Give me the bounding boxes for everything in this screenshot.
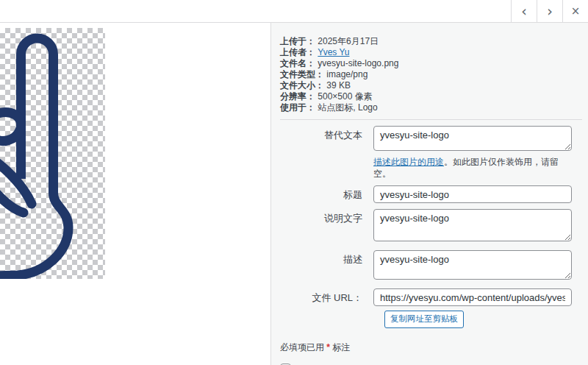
- alt-text-label: 替代文本: [280, 126, 373, 142]
- required-fields-note: 必填项已用 * 标注: [280, 341, 582, 354]
- chevron-right-icon: ›: [547, 3, 553, 19]
- attachment-details-modal: ‹ › × 上传于： 2025年6月17日 上传者：: [0, 0, 588, 365]
- meta-label: 分辨率：: [280, 91, 315, 102]
- meta-label: 使用于：: [280, 102, 315, 113]
- meta-row-resolution: 分辨率： 500×500 像素: [280, 91, 582, 102]
- alt-text-row: 替代文本 yvesyu-site-logo 描述此图片的用途。如此图片仅作装饰用…: [280, 126, 582, 180]
- modal-topbar: ‹ › ×: [0, 0, 588, 23]
- attachment-details-sidebar: 上传于： 2025年6月17日 上传者： Yves Yu 文件名： yvesyu…: [270, 23, 588, 365]
- alt-text-input[interactable]: yvesyu-site-logo: [373, 126, 572, 151]
- caption-row: 说明文字 yvesyu-site-logo: [280, 209, 582, 244]
- meta-label: 上传者：: [280, 47, 315, 57]
- required-note-prefix: 必填项已用: [280, 342, 326, 352]
- meta-label: 文件名：: [280, 58, 315, 68]
- next-attachment-button[interactable]: ›: [537, 0, 562, 22]
- title-label: 标题: [280, 185, 373, 202]
- meta-value: yvesyu-site-logo.png: [318, 58, 398, 68]
- meta-label: 文件大小：: [280, 80, 324, 91]
- meta-row-filename: 文件名： yvesyu-site-logo.png: [280, 58, 582, 69]
- close-modal-button[interactable]: ×: [562, 0, 588, 22]
- meta-row-filetype: 文件类型： image/png: [280, 69, 582, 80]
- meta-divider: [280, 119, 582, 120]
- pointing-hand-logo-image: [0, 28, 105, 279]
- meta-value: 站点图标, Logo: [318, 102, 377, 113]
- meta-row-uploaded-date: 上传于： 2025年6月17日: [280, 36, 582, 47]
- file-url-input[interactable]: [373, 288, 572, 306]
- modal-nav-group: ‹ › ×: [511, 0, 588, 22]
- copy-url-button[interactable]: 复制网址至剪贴板: [384, 311, 464, 327]
- file-url-label: 文件 URL：: [280, 288, 373, 305]
- caption-input[interactable]: yvesyu-site-logo: [373, 209, 572, 241]
- attachment-meta-list: 上传于： 2025年6月17日 上传者： Yves Yu 文件名： yvesyu…: [280, 36, 582, 113]
- description-row: 描述 yvesyu-site-logo: [280, 250, 582, 283]
- title-input[interactable]: [373, 185, 572, 203]
- attachment-settings-form: 替代文本 yvesyu-site-logo 描述此图片的用途。如此图片仅作装饰用…: [280, 126, 582, 328]
- description-input[interactable]: yvesyu-site-logo: [373, 250, 572, 280]
- attachment-preview-area: [0, 23, 270, 365]
- uploader-link[interactable]: Yves Yu: [318, 47, 349, 57]
- caption-label: 说明文字: [280, 209, 373, 225]
- alt-text-helper: 描述此图片的用途。如此图片仅作装饰用，请留空。: [373, 156, 572, 180]
- meta-row-uploader: 上传者： Yves Yu: [280, 47, 582, 58]
- chevron-left-icon: ‹: [521, 3, 527, 19]
- previous-attachment-button[interactable]: ‹: [511, 0, 537, 22]
- meta-label: 文件类型：: [280, 69, 324, 79]
- required-note-suffix: 标注: [330, 342, 350, 352]
- meta-value: 39 KB: [326, 80, 351, 91]
- description-label: 描述: [280, 250, 373, 266]
- meta-label: 上传于：: [280, 36, 315, 46]
- meta-value: 2025年6月17日: [318, 36, 379, 46]
- meta-value: image/png: [326, 69, 368, 79]
- alt-text-help-link[interactable]: 描述此图片的用途: [373, 157, 444, 167]
- close-icon: ×: [571, 4, 581, 18]
- meta-value: 500×500 像素: [318, 91, 372, 102]
- transparent-image-preview: [0, 28, 105, 279]
- meta-row-filesize: 文件大小： 39 KB: [280, 80, 582, 91]
- file-url-row: 文件 URL：: [280, 288, 582, 306]
- title-row: 标题: [280, 185, 582, 203]
- meta-row-used-in: 使用于： 站点图标, Logo: [280, 102, 582, 113]
